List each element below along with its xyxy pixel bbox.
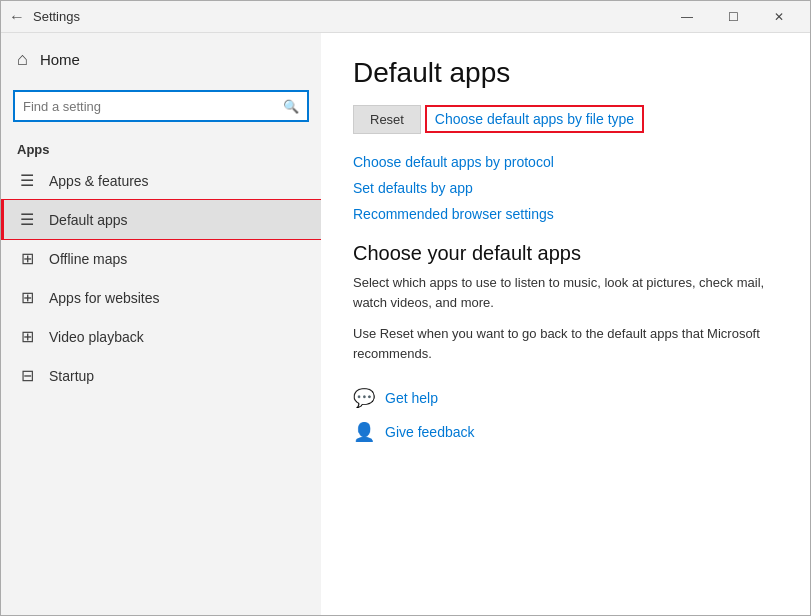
sidebar-item-offline-maps-label: Offline maps (49, 251, 127, 267)
sidebar-item-apps-features-label: Apps & features (49, 173, 149, 189)
sidebar-home-label: Home (40, 51, 80, 68)
sidebar-item-video-playback[interactable]: ⊞ Video playback (1, 317, 321, 356)
sidebar-item-home[interactable]: ⌂ Home (1, 33, 321, 86)
sidebar-item-default-apps-label: Default apps (49, 212, 128, 228)
reset-button[interactable]: Reset (353, 105, 421, 134)
default-apps-icon: ☰ (17, 210, 37, 229)
sidebar-item-startup-label: Startup (49, 368, 94, 384)
apps-websites-icon: ⊞ (17, 288, 37, 307)
title-bar: ← Settings — ☐ ✕ (1, 1, 810, 33)
section-desc-2: Use Reset when you want to go back to th… (353, 324, 778, 363)
section-desc-1: Select which apps to use to listen to mu… (353, 273, 778, 312)
startup-icon: ⊟ (17, 366, 37, 385)
file-type-link[interactable]: Choose default apps by file type (435, 111, 634, 127)
home-icon: ⌂ (17, 49, 28, 70)
search-box-container: 🔍 (1, 86, 321, 134)
content-area: Default apps Reset Choose default apps b… (321, 33, 810, 615)
browser-settings-link[interactable]: Recommended browser settings (353, 206, 778, 222)
sidebar: ⌂ Home 🔍 Apps ☰ Apps & features ☰ Defaul… (1, 33, 321, 615)
get-help-label: Get help (385, 390, 438, 406)
maximize-button[interactable]: ☐ (710, 1, 756, 33)
sidebar-section-apps: Apps (1, 134, 321, 161)
get-help-icon: 💬 (353, 387, 375, 409)
choose-apps-section-title: Choose your default apps (353, 242, 778, 265)
minimize-button[interactable]: — (664, 1, 710, 33)
sidebar-item-offline-maps[interactable]: ⊞ Offline maps (1, 239, 321, 278)
search-input[interactable] (23, 99, 283, 114)
sidebar-item-default-apps[interactable]: ☰ Default apps (1, 200, 321, 239)
app-body: ⌂ Home 🔍 Apps ☰ Apps & features ☰ Defaul… (1, 33, 810, 615)
get-help-item[interactable]: 💬 Get help (353, 387, 778, 409)
sidebar-item-apps-websites-label: Apps for websites (49, 290, 160, 306)
close-button[interactable]: ✕ (756, 1, 802, 33)
apps-features-icon: ☰ (17, 171, 37, 190)
video-playback-icon: ⊞ (17, 327, 37, 346)
search-icon: 🔍 (283, 99, 299, 114)
give-feedback-icon: 👤 (353, 421, 375, 443)
search-box[interactable]: 🔍 (13, 90, 309, 122)
offline-maps-icon: ⊞ (17, 249, 37, 268)
help-section: 💬 Get help 👤 Give feedback (353, 387, 778, 443)
give-feedback-label: Give feedback (385, 424, 475, 440)
sidebar-item-apps-features[interactable]: ☰ Apps & features (1, 161, 321, 200)
sidebar-item-apps-websites[interactable]: ⊞ Apps for websites (1, 278, 321, 317)
protocol-link[interactable]: Choose default apps by protocol (353, 154, 778, 170)
window-controls: — ☐ ✕ (664, 1, 802, 33)
title-bar-title: Settings (33, 9, 80, 24)
file-type-link-container: Choose default apps by file type (425, 105, 644, 133)
sidebar-item-video-playback-label: Video playback (49, 329, 144, 345)
back-icon[interactable]: ← (9, 8, 25, 26)
defaults-by-app-link[interactable]: Set defaults by app (353, 180, 778, 196)
give-feedback-item[interactable]: 👤 Give feedback (353, 421, 778, 443)
sidebar-item-startup[interactable]: ⊟ Startup (1, 356, 321, 395)
page-title: Default apps (353, 57, 778, 89)
